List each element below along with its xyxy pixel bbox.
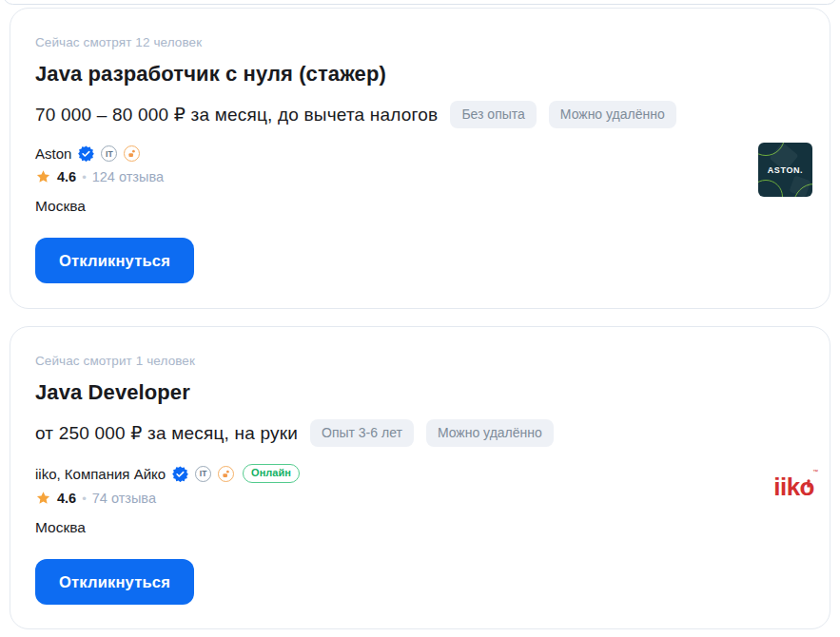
salary-text: от 250 000 ₽ за месяц, на руки <box>35 422 298 444</box>
rating-value: 4.6 <box>57 491 76 506</box>
company-name-link[interactable]: Aston <box>35 145 71 162</box>
vacancy-list-page: Сейчас смотрят 12 человек Java разработч… <box>0 0 840 637</box>
company-logo-iiko[interactable]: iiko ™ <box>773 474 814 499</box>
vacancy-card-iiko: Сейчас смотрит 1 человек Java Developer … <box>10 326 830 629</box>
company-row: Aston IT <box>35 145 805 162</box>
watching-now-label: Сейчас смотрит 1 человек <box>35 354 805 368</box>
company-name-link[interactable]: iiko, Компания Айко <box>35 466 166 482</box>
salary-row: от 250 000 ₽ за месяц, на руки Опыт 3-6 … <box>35 419 805 447</box>
remote-tag: Можно удалённо <box>426 419 554 447</box>
previous-card-clipped-edge <box>3 0 837 5</box>
vacancy-card-aston: Сейчас смотрят 12 человек Java разработч… <box>10 8 830 309</box>
company-logo-aston[interactable]: ASTON. <box>758 143 812 197</box>
star-icon <box>35 491 51 506</box>
aston-logo-text: ASTON. <box>768 165 803 175</box>
experience-tag: Без опыта <box>450 101 536 128</box>
dot-separator: • <box>82 170 87 184</box>
vacancy-title-link[interactable]: Java Developer <box>35 380 805 405</box>
verified-badge-icon[interactable] <box>172 466 188 482</box>
trademark-mark: ™ <box>812 469 818 474</box>
dot-separator: • <box>82 492 87 506</box>
rating-row: 4.6 • 124 отзыва <box>35 169 805 184</box>
employer-rating-badge-icon[interactable] <box>124 145 140 162</box>
watching-now-label: Сейчас смотрят 12 человек <box>35 35 805 49</box>
salary-text: 70 000 – 80 000 ₽ за месяц, до вычета на… <box>35 104 438 125</box>
it-accreditation-badge[interactable]: IT <box>101 145 117 162</box>
location-text: Москва <box>35 519 805 536</box>
reviews-link[interactable]: 74 отзыва <box>92 491 156 506</box>
star-icon <box>35 169 51 184</box>
apply-button[interactable]: Откликнуться <box>35 559 194 605</box>
location-text: Москва <box>35 198 805 215</box>
salary-row: 70 000 – 80 000 ₽ за месяц, до вычета на… <box>35 101 805 128</box>
reviews-link[interactable]: 124 отзыва <box>92 169 164 184</box>
vacancy-title-link[interactable]: Java разработчик с нуля (стажер) <box>35 62 805 87</box>
employer-rating-badge-icon[interactable] <box>218 466 234 482</box>
verified-badge-icon[interactable] <box>78 145 94 162</box>
it-accreditation-badge[interactable]: IT <box>195 466 211 482</box>
chef-figure-icon <box>805 467 812 492</box>
rating-value: 4.6 <box>57 169 76 184</box>
remote-tag: Можно удалённо <box>549 101 676 128</box>
online-status-badge: Онлайн <box>243 464 300 483</box>
rating-row: 4.6 • 74 отзыва <box>35 491 805 506</box>
experience-tag: Опыт 3-6 лет <box>310 419 414 447</box>
apply-button[interactable]: Откликнуться <box>35 238 194 283</box>
logo-decor-circle <box>758 180 783 197</box>
company-row: iiko, Компания Айко IT Онлайн <box>35 464 805 483</box>
